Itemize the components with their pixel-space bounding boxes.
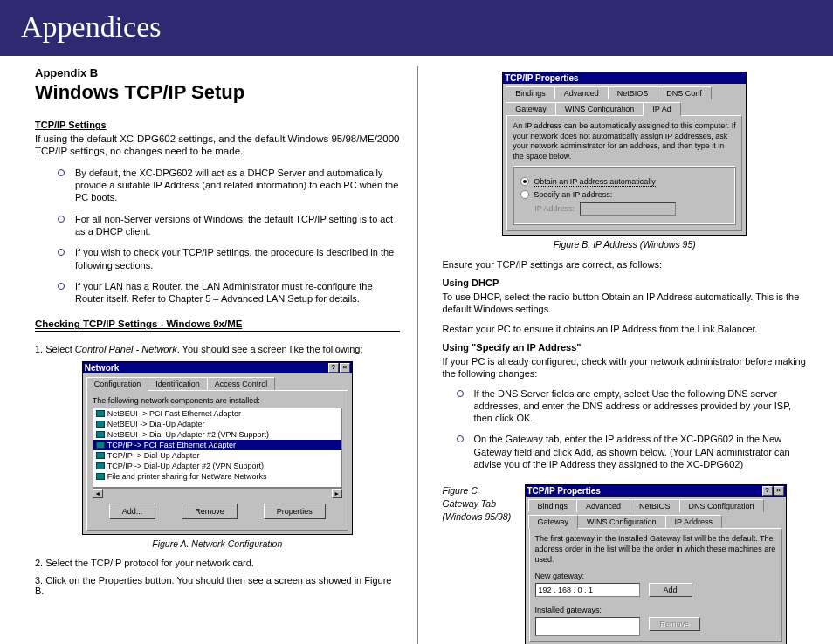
tab-access-control[interactable]: Access Control [207,377,276,390]
tab-dns[interactable]: DNS Conf [657,86,712,99]
share-icon [96,473,105,480]
dialog-titlebar: TCP/IP Properties [503,72,746,84]
tab-identification[interactable]: Identification [148,377,208,390]
radio-dot-icon [520,190,529,199]
ip-address-input [580,202,676,216]
remove-gateway-button: Remove [649,617,701,631]
radio-label: Specify an IP address: [534,190,612,199]
components-listbox[interactable]: NetBEUI -> PCI Fast Ethernet Adapter Net… [93,408,342,488]
dialog-panel: The first gateway in the Installed Gatew… [529,528,782,642]
dialog-tabs-row2: Gateway WINS Configuration IP Address [526,512,786,528]
figure-a-caption: Figure A. Network Configuration [35,538,400,549]
remove-button[interactable]: Remove [182,504,238,519]
dialog-tabs: Configuration Identification Access Cont… [83,373,352,390]
tab-gateway[interactable]: Gateway [528,515,579,529]
tab-wins[interactable]: WINS Configuration [555,102,644,115]
tab-bindings[interactable]: Bindings [528,499,578,512]
appendix-label: Appendix B [35,66,400,79]
tab-dns[interactable]: DNS Configuration [679,499,764,512]
dhcp-heading: Using DHCP [443,277,808,288]
dialog-titlebar: TCP/IP Properties ? × [526,485,786,497]
dialog-panel: The following network components are ins… [86,390,348,531]
close-icon[interactable]: × [774,486,784,496]
list-item: For all non-Server versions of Windows, … [66,213,400,238]
button-row: Add... Remove Properties [93,498,342,524]
add-gateway-button[interactable]: Add [649,583,692,597]
figure-b-wrap: TCP/IP Properties Bindings Advanced NetB… [443,72,808,250]
radio-dot-icon [520,177,529,186]
tab-ipaddress[interactable]: IP Ad [643,102,680,116]
specify-p1: If your PC is already configured, check … [443,355,808,380]
tab-configuration[interactable]: Configuration [86,377,149,391]
page-header: Appendices [0,0,833,56]
installed-gateways-listbox[interactable] [535,617,640,636]
dialog-title: TCP/IP Properties [527,486,601,496]
tcpip-intro: If using the default XC-DPG602 settings,… [35,133,400,158]
horizontal-scrollbar[interactable]: ◄ ► [93,488,342,498]
specify-heading: Using "Specify an IP Address" [443,342,808,353]
list-item[interactable]: File and printer sharing for NetWare Net… [93,471,341,482]
list-item[interactable]: NetBEUI -> Dial-Up Adapter [93,419,341,429]
help-icon[interactable]: ? [762,486,773,496]
new-gateway-label: New gateway: [535,572,776,580]
list-item[interactable]: TCP/IP -> Dial-Up Adapter [93,450,341,461]
help-icon[interactable]: ? [328,363,339,373]
scroll-left-icon[interactable]: ◄ [93,489,103,498]
radio-obtain-auto[interactable]: Obtain an IP address automatically [520,177,728,187]
list-item: By default, the XC-DPG602 will act as a … [66,167,400,204]
list-item[interactable]: NetBEUI -> Dial-Up Adapter #2 (VPN Suppo… [93,429,341,440]
tab-gateway[interactable]: Gateway [506,102,556,115]
step-1-pre: 1. Select [35,344,75,354]
adapter-icon [96,452,105,459]
figure-c-row: Figure C. Gateway Tab (Windows 95/98) TC… [443,484,808,644]
ip-label: IP Address: [534,204,575,213]
new-gateway-input[interactable]: 192 . 168 . 0 . 1 [535,583,640,597]
titlebar-buttons: ? × [762,486,784,496]
adapter-icon [96,442,105,449]
ip-groupbox: Obtain an IP address automatically Speci… [513,166,736,225]
figure-c-caption-l3: (Windows 95/98) [443,510,513,524]
dialog-title: TCP/IP Properties [505,73,578,83]
dialog-tabs-row1: Bindings Advanced NetBIOS DNS Configurat… [526,497,786,512]
components-label: The following network components are ins… [93,396,342,405]
ip-desc: An IP address can be automatically assig… [513,121,736,162]
figure-c-caption-l2: Gateway Tab [443,497,513,510]
tcpip-bullet-list: By default, the XC-DPG602 will act as a … [35,167,400,305]
tab-netbios[interactable]: NetBIOS [630,499,680,512]
figure-a-wrap: Network ? × Configuration Identification… [35,361,400,549]
step-3: 3. Click on the Properties button. You s… [35,575,400,596]
adapter-icon [96,462,105,469]
scroll-right-icon[interactable]: ► [332,489,342,498]
left-column: Appendix B Windows TCP/IP Setup TCP/IP S… [35,66,418,644]
tab-advanced[interactable]: Advanced [576,499,630,512]
dialog-title: Network [85,363,119,373]
step-1-post: . You should see a screen like the follo… [177,344,363,354]
tcpip-properties-dialog-c: TCP/IP Properties ? × Bindings Advanced … [525,484,787,644]
list-item: On the Gateway tab, enter the IP address… [465,433,808,470]
step-2: 2. Select the TCP/IP protocol for your n… [35,558,400,568]
dhcp-p1: To use DHCP, select the radio button Obt… [443,291,808,316]
tab-ipaddress[interactable]: IP Address [665,515,722,528]
adapter-icon [96,431,105,438]
installed-gateways-label: Installed gateways: [535,606,776,614]
list-item[interactable]: NetBEUI -> PCI Fast Ethernet Adapter [93,408,341,419]
tab-wins[interactable]: WINS Configuration [577,515,666,528]
dhcp-p2: Restart your PC to ensure it obtains an … [443,323,808,335]
tab-netbios[interactable]: NetBIOS [608,86,658,99]
dialog-tabs-row2: Gateway WINS Configuration IP Ad [503,99,746,115]
radio-label: Obtain an IP address automatically [534,177,655,187]
checking-heading: Checking TCP/IP Settings - Windows 9x/ME [35,319,400,332]
dialog-titlebar: Network ? × [83,362,352,373]
tcpip-properties-dialog-b: TCP/IP Properties Bindings Advanced NetB… [502,72,747,236]
list-item[interactable]: TCP/IP -> Dial-Up Adapter #2 (VPN Suppor… [93,461,341,471]
close-icon[interactable]: × [340,363,350,373]
add-button[interactable]: Add... [109,504,156,519]
tab-bindings[interactable]: Bindings [506,86,555,99]
adapter-icon [96,421,105,428]
list-item-selected[interactable]: TCP/IP -> PCI Fast Ethernet Adapter [93,440,341,450]
tab-advanced[interactable]: Advanced [554,86,609,99]
new-gateway-group: New gateway: 192 . 168 . 0 . 1 Add [535,572,776,597]
properties-button[interactable]: Properties [264,504,326,519]
radio-specify[interactable]: Specify an IP address: [520,190,728,199]
list-item: If the DNS Server fields are empty, sele… [465,387,808,425]
